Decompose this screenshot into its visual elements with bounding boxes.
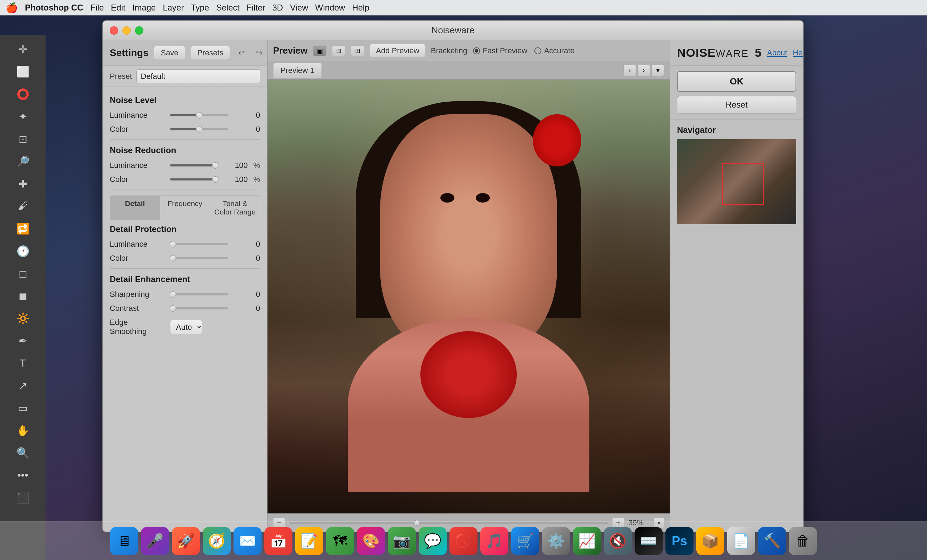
dock-stocks[interactable]: 📈 [573,527,601,555]
tab-tonal[interactable]: Tonal & Color Range [210,196,260,220]
dropdown-btn[interactable]: ▾ [652,65,664,76]
tool-shape[interactable]: ▭ [11,398,35,419]
tool-history[interactable]: 🕐 [11,240,35,261]
tool-heal[interactable]: ✚ [11,173,35,194]
prev-btn[interactable]: ‹ [623,65,636,76]
close-button[interactable] [110,26,118,35]
color-label: Color [110,125,166,134]
fast-preview-radio[interactable]: Fast Preview [473,46,527,55]
tool-select-rect[interactable]: ⬜ [11,61,35,82]
menu-select[interactable]: Select [216,3,240,13]
menu-filter[interactable]: Filter [246,3,265,13]
reset-button[interactable]: Reset [677,96,796,114]
tool-wand[interactable]: ✦ [11,106,35,127]
tool-hand[interactable]: ✋ [11,420,35,441]
sharpening-slider[interactable] [170,293,228,295]
dock-photoshop[interactable]: Ps [666,527,693,555]
color-nr-slider[interactable] [170,178,215,181]
menu-app[interactable]: Photoshop CC [25,3,84,13]
dock-launchpad[interactable]: 🚀 [172,527,200,555]
bracketing-button[interactable]: Bracketing [431,46,467,55]
dock-terminal[interactable]: ⌨️ [635,527,663,555]
undo-arrow[interactable]: ↩ [236,47,248,59]
dock-maps[interactable]: 🗺 [326,527,354,555]
about-link[interactable]: About [767,49,787,58]
tool-type[interactable]: T [11,352,35,373]
tool-crop[interactable]: ⊡ [11,128,35,149]
view-single-btn[interactable]: ▣ [313,46,327,56]
dock-xcode[interactable]: 🔨 [758,527,786,555]
dock-noiseware[interactable]: 🔇 [604,527,632,555]
dock-system-settings[interactable]: ⚙️ [542,527,570,555]
view-split-h-btn[interactable]: ⊟ [332,46,345,56]
menu-help[interactable]: Help [352,3,369,13]
dock-siri[interactable]: 🎤 [141,527,169,555]
minimize-button[interactable] [122,26,131,35]
tool-eraser[interactable]: ◻ [11,263,35,284]
maximize-button[interactable] [135,26,143,35]
view-split-v-btn[interactable]: ⊞ [351,46,364,56]
navigator-thumbnail[interactable] [677,139,796,224]
luminance-nr-value: 100 [219,161,248,170]
contrast-label: Contrast [110,304,166,313]
save-button[interactable]: Save [154,46,185,60]
tab-detail[interactable]: Detail [110,196,160,220]
tab-frequency[interactable]: Frequency [160,196,210,220]
presets-button[interactable]: Presets [191,46,230,60]
luminance-slider[interactable] [170,114,228,116]
menu-window[interactable]: Window [315,3,345,13]
dock-donotdisturb[interactable]: 🚫 [450,527,477,555]
tool-move[interactable]: ✛ [11,38,35,59]
dock-safari[interactable]: 🧭 [203,527,231,555]
tool-dodge[interactable]: 🔆 [11,308,35,329]
tool-gradient[interactable]: ◼ [11,285,35,306]
dp-color-slider[interactable] [170,257,228,260]
color-slider[interactable] [170,128,228,131]
help-link[interactable]: Help [793,49,803,58]
dock-music[interactable]: 🎵 [480,527,508,555]
tool-colors[interactable]: ⬛ [11,487,35,508]
detail-protection-title: Detail Protection [110,224,260,234]
luminance-nr-pct: % [253,161,260,170]
menu-image[interactable]: Image [132,3,156,13]
dock-notes[interactable]: 📝 [295,527,323,555]
dock-mail[interactable]: ✉️ [234,527,261,555]
menu-file[interactable]: File [90,3,104,13]
dock-archive[interactable]: 📦 [696,527,724,555]
dp-luminance-slider[interactable] [170,243,228,245]
dock-appstore[interactable]: 🛒 [511,527,539,555]
dock-files[interactable]: 📄 [727,527,755,555]
tool-path-select[interactable]: ↗ [11,375,35,396]
edge-smoothing-select[interactable]: Auto [170,320,202,334]
accurate-radio[interactable]: Accurate [534,46,574,55]
dock-finder[interactable]: 🖥 [110,527,138,555]
tool-brush[interactable]: 🖌 [11,196,35,217]
dock-colors[interactable]: 🎨 [357,527,385,555]
dock-facetime[interactable]: 📷 [388,527,416,555]
dock-calendar[interactable]: 📅 [264,527,292,555]
tool-clone[interactable]: 🔁 [11,218,35,239]
luminance-nr-slider[interactable] [170,164,215,167]
preview-tab-1[interactable]: Preview 1 [273,63,322,78]
tool-more[interactable]: ••• [11,465,35,486]
menu-3d[interactable]: 3D [272,3,283,13]
next-btn[interactable]: › [637,65,650,76]
tool-eyedropper[interactable]: 🔎 [11,151,35,172]
detail-tabs: Detail Frequency Tonal & Color Range [110,196,260,220]
add-preview-button[interactable]: Add Preview [370,44,425,58]
menu-type[interactable]: Type [191,3,209,13]
dock-trash[interactable]: 🗑 [789,527,817,555]
tool-pen[interactable]: ✒ [11,330,35,351]
menu-view[interactable]: View [290,3,308,13]
tool-lasso[interactable]: ⭕ [11,83,35,105]
photo-hair-flower [533,114,581,167]
redo-arrow[interactable]: ↪ [253,47,265,59]
tool-zoom[interactable]: 🔍 [11,442,35,463]
menu-layer[interactable]: Layer [163,3,184,13]
ok-button[interactable]: OK [677,71,796,92]
apple-menu[interactable]: 🍎 [6,2,18,14]
dock-messages[interactable]: 💬 [419,527,447,555]
preset-select[interactable]: Default [137,69,260,83]
menu-edit[interactable]: Edit [111,3,125,13]
contrast-slider[interactable] [170,307,228,310]
